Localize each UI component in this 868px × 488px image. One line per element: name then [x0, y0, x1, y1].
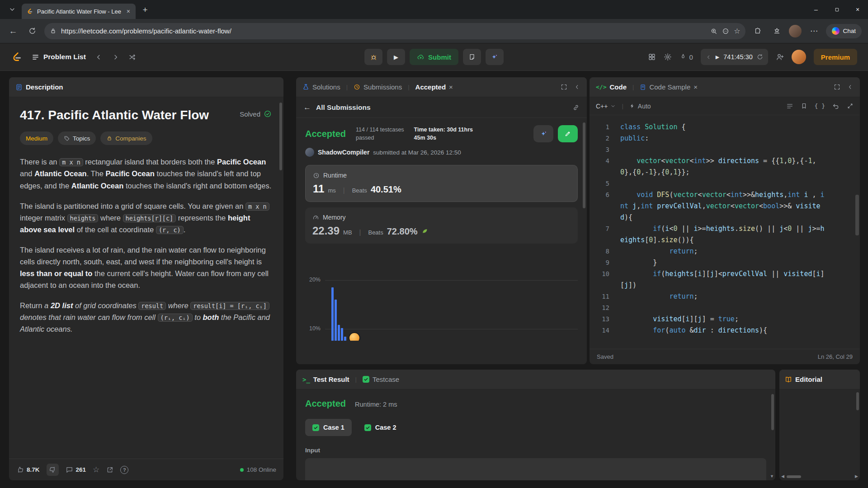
- code-line[interactable]: 1class Solution {: [590, 122, 860, 133]
- edit-solution-button[interactable]: [558, 125, 578, 142]
- back-to-submissions-icon[interactable]: ←: [303, 103, 311, 112]
- submitter-name[interactable]: ShadowCompiler: [318, 149, 369, 156]
- notes-button[interactable]: [463, 49, 481, 65]
- collapse-panel-icon[interactable]: [847, 84, 854, 90]
- auto-mode-toggle[interactable]: Auto: [629, 103, 651, 110]
- layout-grid-icon[interactable]: [648, 53, 656, 61]
- companies-chip[interactable]: Companies: [100, 131, 152, 145]
- copy-link-icon[interactable]: [572, 104, 580, 111]
- difficulty-chip[interactable]: Medium: [20, 131, 53, 145]
- shuffle-icon[interactable]: [128, 53, 136, 61]
- run-button[interactable]: ▶: [387, 49, 405, 65]
- fullscreen-icon[interactable]: [834, 84, 840, 90]
- help-icon[interactable]: ?: [120, 466, 128, 474]
- tab-code-sample[interactable]: Code Sample ×: [640, 83, 698, 91]
- description-scrollbar[interactable]: [279, 103, 282, 170]
- comments-button[interactable]: 261: [66, 466, 86, 474]
- tab-search-button[interactable]: [5, 2, 20, 17]
- input-value-box[interactable]: [305, 458, 766, 480]
- scroll-right-arrow[interactable]: ▶: [855, 474, 858, 479]
- settings-gear-icon[interactable]: [664, 53, 672, 61]
- memory-card[interactable]: Memory 22.39 MB | Beats 72.80%: [305, 207, 578, 244]
- copilot-chat-button[interactable]: Chat: [826, 24, 862, 38]
- window-close-button[interactable]: ×: [847, 0, 868, 19]
- scroll-left-arrow[interactable]: ◀: [781, 474, 784, 479]
- url-text[interactable]: https://leetcode.com/problems/pacific-at…: [61, 27, 706, 35]
- code-sample-close-icon[interactable]: ×: [693, 83, 698, 91]
- code-line[interactable]: 5: [590, 178, 860, 189]
- tab-solutions[interactable]: Solutions: [302, 83, 340, 91]
- timer-widget[interactable]: ▶ 741:45:30: [701, 49, 768, 65]
- format-code-icon[interactable]: [786, 103, 793, 110]
- dislike-button[interactable]: [47, 464, 59, 476]
- ai-assistant-button[interactable]: [486, 49, 504, 65]
- bookmark-icon[interactable]: [801, 103, 807, 109]
- test-result-scrollbar[interactable]: [771, 394, 774, 430]
- invite-user-icon[interactable]: [776, 53, 784, 61]
- runtime-card[interactable]: Runtime 11 ms | Beats 40.51%: [305, 165, 578, 202]
- tab-accepted[interactable]: Accepted ×: [415, 83, 453, 91]
- code-line[interactable]: 13 visited[i][j] = true;: [590, 314, 860, 325]
- share-icon[interactable]: [106, 466, 113, 474]
- next-problem-icon[interactable]: [112, 53, 119, 61]
- extensions-icon[interactable]: [751, 24, 764, 38]
- tab-code[interactable]: </> Code: [596, 83, 627, 91]
- code-line[interactable]: 2public:: [590, 133, 860, 144]
- favorites-icon[interactable]: [770, 24, 783, 38]
- bookmark-star-icon[interactable]: ☆: [734, 27, 740, 35]
- language-selector[interactable]: C++: [596, 103, 616, 110]
- favorite-star-icon[interactable]: ☆: [93, 465, 99, 474]
- refresh-button[interactable]: [25, 24, 39, 38]
- browser-profile-avatar[interactable]: [789, 25, 802, 38]
- code-line[interactable]: 7 if(i<0 || i>=heights.size() || j<0 || …: [590, 223, 860, 246]
- code-editor[interactable]: 1class Solution {2public:3 4 vector<vect…: [590, 115, 860, 349]
- code-line[interactable]: 12: [590, 302, 860, 314]
- scroll-down-arrow[interactable]: ▼: [770, 474, 774, 479]
- editorial-vscrollbar[interactable]: [856, 392, 859, 410]
- tab-test-result[interactable]: >_ Test Result: [302, 375, 349, 383]
- more-site-actions-icon[interactable]: [722, 28, 729, 35]
- code-line[interactable]: 10 if(heights[i][j]<prevCellVal || visit…: [590, 268, 860, 291]
- window-minimize-button[interactable]: –: [806, 0, 826, 19]
- collapse-panel-icon[interactable]: [574, 84, 580, 90]
- debugger-button[interactable]: [364, 49, 382, 65]
- fullscreen-icon[interactable]: [561, 84, 567, 90]
- code-line[interactable]: 4 vector<vector<int>> directions = {{1,0…: [590, 155, 860, 178]
- tab-submissions[interactable]: Submissions: [354, 83, 402, 91]
- code-line[interactable]: 8 return;: [590, 246, 860, 257]
- premium-button[interactable]: Premium: [814, 49, 857, 65]
- tab-close-button[interactable]: ×: [125, 8, 132, 15]
- timer-play-icon[interactable]: ▶: [716, 54, 719, 60]
- case-2-chip[interactable]: Case 2: [357, 419, 404, 436]
- address-bar[interactable]: https://leetcode.com/problems/pacific-at…: [44, 23, 745, 39]
- browser-menu-icon[interactable]: ⋯: [807, 24, 821, 38]
- submission-scrollbar[interactable]: [583, 122, 585, 208]
- code-line[interactable]: 11 return;: [590, 291, 860, 302]
- back-button[interactable]: ←: [6, 24, 20, 38]
- case-1-chip[interactable]: Case 1: [305, 419, 352, 436]
- new-tab-button[interactable]: +: [138, 3, 152, 17]
- code-line[interactable]: 9 }: [590, 257, 860, 268]
- accepted-tab-close-icon[interactable]: ×: [449, 83, 453, 91]
- snippets-icon[interactable]: { }: [815, 103, 825, 109]
- code-line[interactable]: 3: [590, 144, 860, 155]
- window-maximize-button[interactable]: [826, 0, 847, 19]
- site-info-lock-icon[interactable]: [50, 28, 57, 34]
- tab-editorial[interactable]: Editorial: [785, 375, 822, 383]
- editorial-hscrollbar[interactable]: [787, 475, 801, 478]
- expand-editor-icon[interactable]: [847, 103, 854, 109]
- tab-description[interactable]: Description: [15, 83, 63, 91]
- leetcode-logo[interactable]: [11, 51, 23, 63]
- timer-collapse-icon[interactable]: [706, 54, 712, 60]
- zoom-icon[interactable]: [710, 28, 717, 35]
- undo-icon[interactable]: [832, 103, 840, 110]
- code-line[interactable]: 6 void DFS(vector<vector<int>>&heights,i…: [590, 189, 860, 223]
- problem-list-button[interactable]: Problem List: [32, 53, 86, 61]
- topics-chip[interactable]: Topics: [58, 131, 96, 145]
- code-line[interactable]: 14 for(auto &dir : directions){: [590, 325, 860, 336]
- streak-widget[interactable]: 0: [679, 53, 693, 61]
- like-button[interactable]: 8.7K: [16, 466, 40, 474]
- tab-testcase[interactable]: Testcase: [363, 375, 399, 383]
- ai-analyze-button[interactable]: [533, 125, 553, 142]
- browser-tab[interactable]: Pacific Atlantic Water Flow - LeetC ×: [22, 4, 136, 19]
